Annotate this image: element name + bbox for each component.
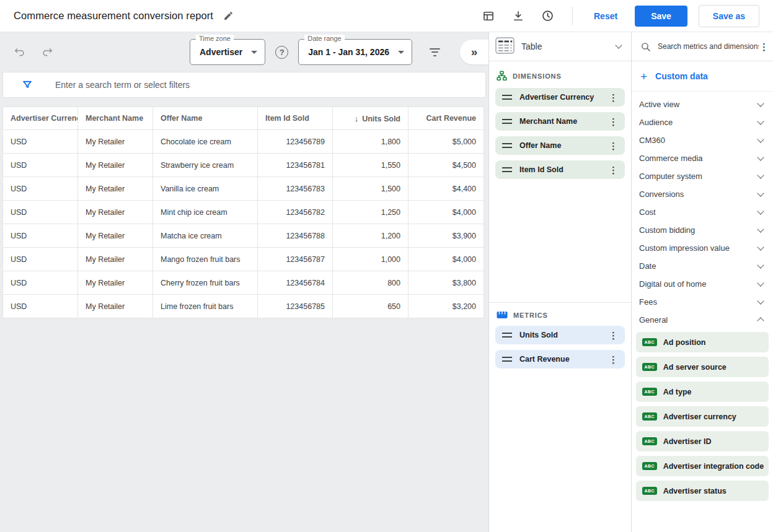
table-row[interactable]: USDMy RetailerStrawberry ice cream123456…	[3, 154, 484, 177]
table-row[interactable]: USDMy RetailerMango frozen fruit bars123…	[3, 248, 484, 271]
table-view-icon[interactable]	[480, 8, 497, 24]
dimension-chip-offer-name[interactable]: Offer Name⋮	[495, 136, 625, 155]
kebab-menu-icon[interactable]: ⋮	[608, 164, 619, 176]
table-cell: 123456789	[258, 130, 333, 154]
table-row[interactable]: USDMy RetailerMatcha ice cream1234567881…	[3, 224, 484, 248]
kebab-menu-icon[interactable]: ⋮	[608, 354, 619, 365]
drag-handle-icon[interactable]	[502, 143, 512, 148]
column-header-item-id-sold[interactable]: Item Id Sold	[258, 107, 333, 130]
table-row[interactable]: USDMy RetailerVanilla ice cream123456783…	[3, 177, 484, 201]
category-fees[interactable]: Fees	[632, 293, 773, 311]
kebab-menu-icon[interactable]: ⋮	[608, 329, 619, 341]
fields-search-input[interactable]	[658, 42, 759, 51]
column-header-merchant-name[interactable]: Merchant Name	[78, 107, 153, 130]
header-actions: Reset Save Save as	[467, 5, 759, 27]
kebab-menu-icon[interactable]: ⋮	[759, 41, 769, 53]
kebab-menu-icon[interactable]: ⋮	[608, 116, 619, 128]
table-cell: Vanilla ice cream	[153, 177, 258, 201]
dimensions-tree-icon	[497, 71, 507, 81]
dimension-chip-item-id-sold[interactable]: Item Id Sold⋮	[495, 160, 625, 179]
dimension-chip-merchant-name[interactable]: Merchant Name⋮	[495, 112, 625, 131]
table-row[interactable]: USDMy RetailerChocolate ice cream1234567…	[3, 130, 484, 154]
drag-handle-icon[interactable]	[502, 357, 512, 362]
table-row[interactable]: USDMy RetailerCherry frozen fruit bars12…	[3, 271, 484, 295]
column-header-cart-revenue[interactable]: Cart Revenue	[409, 107, 484, 130]
report-toolbar: Time zone Advertiser ? Date range Jan 1 …	[0, 32, 488, 72]
filter-list-icon[interactable]	[426, 45, 444, 60]
schedule-clock-icon[interactable]	[540, 8, 556, 24]
category-active-view[interactable]: Active view	[632, 95, 773, 113]
table-cell: USD	[3, 295, 78, 318]
collapse-panel-button[interactable]: »	[460, 40, 488, 64]
field-chip-ad-type[interactable]: ABCAd type	[636, 382, 769, 402]
category-custom-impression-value[interactable]: Custom impression value	[632, 239, 773, 257]
edit-title-icon[interactable]	[223, 11, 234, 21]
field-chip-advertiser-currency[interactable]: ABCAdvertiser currency	[636, 406, 769, 427]
save-button[interactable]: Save	[635, 6, 687, 27]
header-divider	[572, 7, 573, 25]
table-row[interactable]: USDMy RetailerLime frozen fruit bars1234…	[3, 295, 484, 318]
field-chip-advertiser-id[interactable]: ABCAdvertiser ID	[636, 431, 769, 451]
category-label: Computer system	[639, 172, 702, 181]
metric-chip-cart-revenue[interactable]: Cart Revenue⋮	[495, 350, 625, 368]
drag-handle-icon[interactable]	[502, 333, 512, 338]
undo-icon[interactable]	[14, 46, 25, 58]
custom-data-button[interactable]: + Custom data	[632, 61, 773, 92]
column-header-offer-name[interactable]: Offer Name	[153, 107, 258, 130]
dimension-chip-advertiser-currency[interactable]: Advertiser Currency⋮	[495, 88, 625, 107]
kebab-menu-icon[interactable]: ⋮	[608, 92, 619, 103]
date-range-select[interactable]: Date range Jan 1 - Jan 31, 2026	[298, 39, 412, 65]
table-row[interactable]: USDMy RetailerMint chip ice cream1234567…	[3, 201, 484, 224]
help-icon[interactable]: ?	[275, 46, 288, 59]
table-cell: USD	[3, 248, 78, 271]
filter-search-input[interactable]	[55, 80, 485, 90]
chevron-down-icon	[757, 172, 764, 178]
reset-button[interactable]: Reset	[585, 6, 626, 26]
table-cell: USD	[3, 271, 78, 295]
field-chip-ad-position[interactable]: ABCAd position	[636, 332, 769, 352]
report-builder-app: Commerce measurement conversion report R…	[0, 0, 773, 532]
drag-handle-icon[interactable]	[502, 167, 512, 172]
table-cell: Matcha ice cream	[153, 224, 258, 248]
sort-descending-icon: ↓	[355, 114, 359, 123]
category-audience[interactable]: Audience	[632, 113, 773, 131]
category-label: Audience	[639, 118, 673, 127]
column-header-advertiser-currency[interactable]: Advertiser Currency	[3, 107, 78, 130]
table-cell: My Retailer	[78, 154, 153, 177]
toolbar-controls: Time zone Advertiser ? Date range Jan 1 …	[190, 39, 488, 65]
field-chip-advertiser-integration-code[interactable]: ABCAdvertiser integration code	[636, 456, 769, 476]
metric-chip-units-sold[interactable]: Units Sold⋮	[495, 326, 625, 344]
fields-sidebar: ⋮ + Custom data Active viewAudienceCM360…	[631, 32, 773, 532]
category-digital-out-of-home[interactable]: Digital out of home	[632, 275, 773, 293]
drag-handle-icon[interactable]	[502, 119, 512, 124]
category-conversions[interactable]: Conversions	[632, 185, 773, 203]
category-cm360[interactable]: CM360	[632, 131, 773, 149]
download-icon[interactable]	[510, 8, 526, 24]
column-header-units-sold[interactable]: ↓Units Sold	[333, 107, 409, 130]
visualization-selector[interactable]: Table	[489, 32, 631, 61]
redo-icon[interactable]	[42, 46, 53, 58]
chevron-down-icon	[615, 41, 622, 48]
chevron-down-icon	[757, 243, 764, 250]
metrics-section: METRICS Units Sold⋮Cart Revenue⋮	[489, 303, 631, 374]
kebab-menu-icon[interactable]: ⋮	[608, 140, 619, 152]
category-date[interactable]: Date	[632, 257, 773, 275]
category-label: Cost	[639, 207, 656, 217]
category-cost[interactable]: Cost	[632, 203, 773, 221]
category-general[interactable]: General	[632, 311, 773, 329]
field-chip-ad-server-source[interactable]: ABCAd server source	[636, 357, 769, 377]
drag-handle-icon[interactable]	[502, 95, 512, 100]
table-cell: USD	[3, 177, 78, 201]
custom-data-label: Custom data	[655, 71, 708, 81]
dimensions-section: DIMENSIONS Advertiser Currency⋮Merchant …	[489, 61, 631, 303]
category-computer-system[interactable]: Computer system	[632, 167, 773, 185]
metrics-ruler-icon	[497, 311, 508, 319]
chip-label: Merchant Name	[519, 117, 577, 126]
field-chip-advertiser-status[interactable]: ABCAdvertiser status	[636, 481, 769, 501]
text-type-abc-icon: ABC	[642, 363, 657, 371]
category-commerce-media[interactable]: Commerce media	[632, 149, 773, 167]
category-custom-bidding[interactable]: Custom bidding	[632, 221, 773, 239]
filter-bar[interactable]	[2, 72, 486, 98]
time-zone-select[interactable]: Time zone Advertiser	[190, 39, 265, 65]
save-as-button[interactable]: Save as	[699, 5, 759, 27]
